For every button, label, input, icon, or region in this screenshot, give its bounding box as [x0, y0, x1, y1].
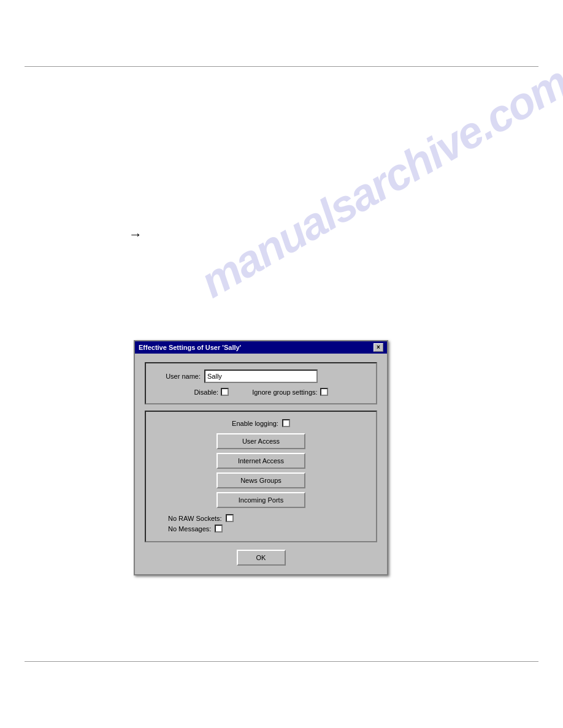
close-button[interactable]: × [373, 343, 383, 352]
username-row: User name: [155, 370, 367, 383]
news-groups-button[interactable]: News Groups [216, 472, 305, 488]
no-messages-label: No Messages: [168, 525, 211, 533]
incoming-ports-button[interactable]: Incoming Ports [216, 492, 305, 508]
disable-group: Disable: [194, 388, 229, 396]
arrow-icon: → [129, 227, 142, 243]
checkbox-row: Disable: Ignore group settings: [155, 388, 367, 396]
internet-access-button[interactable]: Internet Access [216, 453, 305, 469]
no-messages-checkbox[interactable] [215, 525, 223, 533]
dialog-body: User name: Disable: Ignore group setting… [135, 354, 387, 574]
top-rule [25, 66, 538, 67]
watermark: manualsarchive.com [192, 110, 483, 307]
enable-logging-checkbox[interactable] [282, 419, 290, 427]
disable-label: Disable: [194, 389, 218, 396]
enable-logging-label: Enable logging: [232, 420, 278, 427]
ignore-group-checkbox[interactable] [320, 388, 328, 396]
bottom-rule [25, 661, 538, 662]
effective-settings-dialog: Effective Settings of User 'Sally' × Use… [134, 340, 388, 575]
dialog-title: Effective Settings of User 'Sally' [139, 344, 241, 351]
no-raw-sockets-label: No RAW Sockets: [168, 515, 222, 522]
top-section: User name: Disable: Ignore group setting… [145, 362, 377, 404]
inner-panel: Enable logging: User Access Internet Acc… [145, 411, 377, 542]
dialog-titlebar: Effective Settings of User 'Sally' × [135, 341, 387, 354]
disable-checkbox[interactable] [221, 388, 229, 396]
ok-row: OK [145, 550, 377, 566]
username-input[interactable] [204, 370, 318, 383]
user-access-button[interactable]: User Access [216, 433, 305, 449]
no-messages-row: No Messages: [168, 525, 223, 533]
no-raw-sockets-checkbox[interactable] [226, 514, 234, 522]
username-label: User name: [155, 373, 201, 380]
ok-button[interactable]: OK [237, 550, 286, 566]
ignore-group-group: Ignore group settings: [252, 388, 327, 396]
ignore-group-label: Ignore group settings: [252, 389, 317, 396]
no-raw-sockets-row: No RAW Sockets: [168, 514, 234, 522]
logging-row: Enable logging: [232, 419, 290, 427]
